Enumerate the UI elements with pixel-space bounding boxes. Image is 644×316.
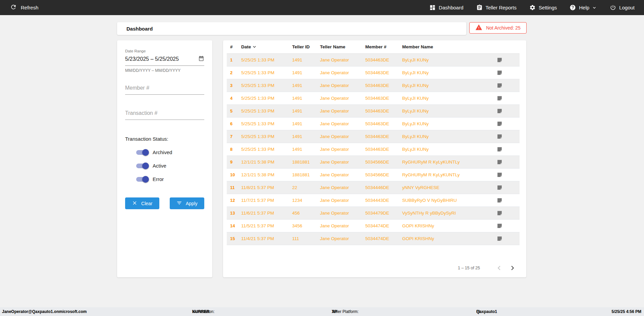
row-teller-id: 1234 xyxy=(289,198,317,203)
note-icon[interactable] xyxy=(497,57,502,63)
nav-item-teller-reports[interactable]: Teller Reports xyxy=(476,4,517,11)
clear-button[interactable]: Clear xyxy=(125,197,159,209)
note-icon[interactable] xyxy=(497,121,502,127)
previous-page-button[interactable] xyxy=(495,264,503,272)
row-teller-id: 1491 xyxy=(289,83,317,88)
warning-icon xyxy=(475,24,482,32)
row-num: 15 xyxy=(227,236,238,241)
table-row[interactable]: 1 5/25/25 1:33 PM 1491 Jane Operator 503… xyxy=(227,54,520,66)
table-row[interactable]: 8 5/25/25 1:33 PM 1491 Jane Operator 503… xyxy=(227,143,520,156)
row-teller-name: Jane Operator xyxy=(317,121,362,126)
toggle-switch[interactable] xyxy=(136,150,148,155)
row-member-name: RyGHURyM R KyLyKUNTLy xyxy=(399,172,493,177)
note-icon[interactable] xyxy=(497,108,502,114)
table-row[interactable]: 2 5/25/25 1:33 PM 1491 Jane Operator 503… xyxy=(227,66,520,79)
nav-item-dashboard[interactable]: Dashboard xyxy=(429,4,463,11)
row-member-name: GOPI KRISHNy xyxy=(399,223,493,228)
member-number-input[interactable] xyxy=(125,85,204,95)
next-page-button[interactable] xyxy=(508,264,517,272)
note-icon[interactable] xyxy=(497,185,502,190)
table-row[interactable]: 14 11/5/21 5:37 PM 3456 Jane Operator 50… xyxy=(227,220,520,232)
row-member-num: 5034463DE xyxy=(362,147,399,152)
table-row[interactable]: 6 5/25/25 1:33 PM 1491 Jane Operator 503… xyxy=(227,118,520,130)
calendar-icon[interactable] xyxy=(198,55,204,63)
note-icon[interactable] xyxy=(497,172,502,178)
date-range-label: Date Range xyxy=(125,49,204,53)
row-member-num: 5034443DE xyxy=(362,198,399,203)
row-teller-name: Jane Operator xyxy=(317,96,362,101)
nav-item-logout[interactable]: Logout xyxy=(610,4,635,11)
refresh-button[interactable]: Refresh xyxy=(10,4,39,12)
dashboard-icon xyxy=(429,4,436,11)
table-row[interactable]: 5 5/25/25 1:33 PM 1491 Jane Operator 503… xyxy=(227,105,520,118)
table-row[interactable]: 7 5/25/25 1:33 PM 1491 Jane Operator 503… xyxy=(227,130,520,143)
row-teller-name: Jane Operator xyxy=(317,134,362,139)
row-member-name: VySyNTHy R yBByDySyRI xyxy=(399,211,493,216)
row-teller-id: 1491 xyxy=(289,57,317,62)
row-member-num: 5034474DE xyxy=(362,236,399,241)
row-member-num: 5034566DE xyxy=(362,172,399,177)
toggle-switch[interactable] xyxy=(136,177,148,182)
table-row[interactable]: 11 11/8/21 5:37 PM 22 Jane Operator 5034… xyxy=(227,181,520,194)
row-date: 11/8/21 5:37 PM xyxy=(238,185,289,190)
note-icon[interactable] xyxy=(497,159,502,165)
note-icon[interactable] xyxy=(497,70,502,76)
row-member-num: 5034463DE xyxy=(362,96,399,101)
apply-label: Apply xyxy=(186,201,198,206)
transaction-number-input[interactable] xyxy=(125,110,204,120)
col-header-member-name[interactable]: Member Name xyxy=(399,44,493,49)
note-icon[interactable] xyxy=(497,146,502,152)
nav-item-label: Logout xyxy=(619,5,635,10)
row-member-name: ByLyJI KUNy xyxy=(399,57,493,62)
table-row[interactable]: 13 11/6/21 5:37 PM 456 Jane Operator 503… xyxy=(227,207,520,220)
table-row[interactable]: 9 12/1/21 5:38 PM 1881881 Jane Operator … xyxy=(227,156,520,169)
filter-sidebar: Date Range 5/23/2025 – 5/25/2025 MM/DD/Y… xyxy=(117,40,212,277)
apply-button[interactable]: Apply xyxy=(170,197,204,209)
not-archived-badge[interactable]: Not Archived: 25 xyxy=(469,22,527,34)
note-icon[interactable] xyxy=(497,210,502,216)
row-date: 5/25/25 1:33 PM xyxy=(238,134,289,139)
note-icon[interactable] xyxy=(497,95,502,101)
row-num: 10 xyxy=(227,172,238,177)
note-icon[interactable] xyxy=(497,83,502,88)
row-date: 11/7/21 5:37 PM xyxy=(238,198,289,203)
col-header-teller-name[interactable]: Teller Name xyxy=(317,44,362,49)
table-row[interactable]: 4 5/25/25 1:33 PM 1491 Jane Operator 503… xyxy=(227,92,520,105)
toggle-archived[interactable]: Archived xyxy=(136,149,204,155)
page-title: Dashboard xyxy=(126,26,153,32)
transaction-status-label: Transaction Status: xyxy=(125,136,204,142)
table-row[interactable]: 12 11/7/21 5:37 PM 1234 Jane Operator 50… xyxy=(227,194,520,207)
toggle-error[interactable]: Error xyxy=(136,176,204,182)
row-num: 9 xyxy=(227,160,238,165)
gear-icon xyxy=(529,4,536,11)
row-member-name: yNNY VyRGHESE xyxy=(399,185,493,190)
row-member-name: ByLyJI KUNy xyxy=(399,96,493,101)
nav-item-help[interactable]: Help xyxy=(570,4,597,11)
row-teller-name: Jane Operator xyxy=(317,211,362,216)
note-icon[interactable] xyxy=(497,223,502,229)
refresh-icon xyxy=(10,4,17,12)
row-member-name: SUBByRyO V NyGyBHIRU xyxy=(399,198,493,203)
row-date: 5/25/25 1:33 PM xyxy=(238,121,289,126)
row-num: 1 xyxy=(227,57,238,62)
table-row[interactable]: 15 11/4/21 5:37 PM 111 Jane Operator 503… xyxy=(227,232,520,245)
toggle-active[interactable]: Active xyxy=(136,163,204,169)
row-date: 11/4/21 5:37 PM xyxy=(238,236,289,241)
pagination-range: 1 – 15 of 25 xyxy=(458,266,480,270)
note-icon[interactable] xyxy=(497,197,502,203)
note-icon[interactable] xyxy=(497,236,502,241)
col-header-date[interactable]: Date xyxy=(238,44,289,50)
toggle-switch[interactable] xyxy=(136,164,148,168)
col-header-teller-id[interactable]: Teller ID xyxy=(289,44,317,49)
nav-item-settings[interactable]: Settings xyxy=(529,4,557,11)
row-member-name: RyGHURyM R KyLyKUNTLy xyxy=(399,160,493,165)
clipboard-icon xyxy=(476,4,483,11)
col-header-member-num[interactable]: Member # xyxy=(362,44,399,49)
table-row[interactable]: 10 12/1/21 5:38 PM 1881881 Jane Operator… xyxy=(227,169,520,181)
row-num: 11 xyxy=(227,185,238,190)
date-range-input[interactable]: 5/23/2025 – 5/25/2025 xyxy=(125,53,204,66)
row-teller-id: 1881881 xyxy=(289,172,317,177)
nav-item-label: Dashboard xyxy=(439,5,463,10)
table-row[interactable]: 3 5/25/25 1:33 PM 1491 Jane Operator 503… xyxy=(227,79,520,92)
note-icon[interactable] xyxy=(497,134,502,139)
